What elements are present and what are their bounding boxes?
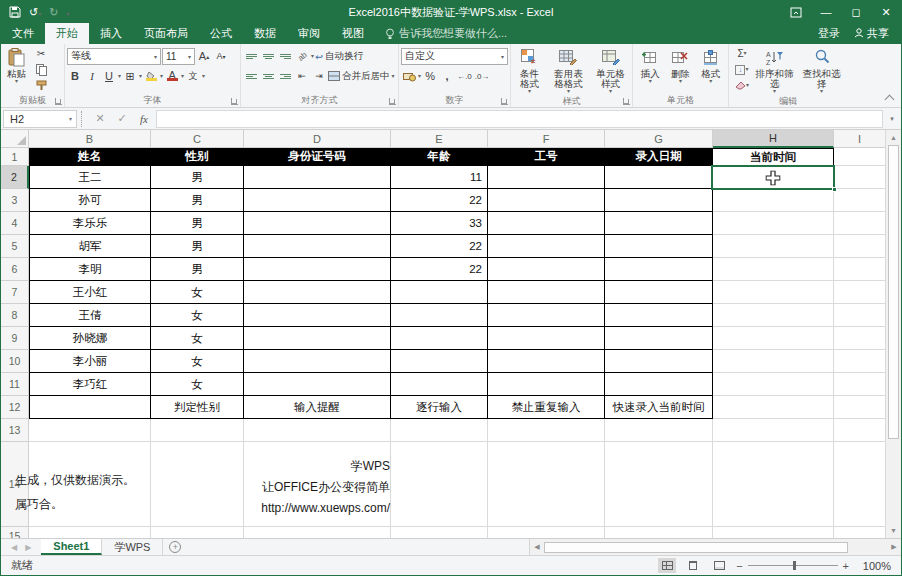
row-header[interactable]: 11 (1, 373, 29, 396)
cell-age[interactable]: 11 (391, 166, 488, 189)
cell-d12[interactable]: 输入提醒 (244, 396, 391, 419)
cell-entrydate[interactable] (605, 166, 713, 189)
cell-empty[interactable] (834, 396, 885, 419)
accounting-format-icon[interactable] (401, 68, 417, 85)
align-left-icon[interactable] (243, 68, 259, 85)
cell-workid[interactable] (488, 235, 605, 258)
cell-empty[interactable] (834, 166, 885, 189)
decrease-font-icon[interactable]: A▾ (213, 48, 229, 65)
cell-name[interactable]: 李巧红 (29, 373, 151, 396)
row-header-15[interactable]: 15 (1, 527, 29, 538)
cell-empty[interactable] (834, 148, 885, 166)
font-name-select[interactable]: 等线▾ (67, 48, 161, 65)
tab-view[interactable]: 视图 (331, 23, 375, 44)
clear-icon[interactable]: ▾ (733, 78, 751, 93)
cell-currenttime[interactable] (713, 327, 834, 350)
cell-entrydate[interactable] (605, 258, 713, 281)
cell-name[interactable]: 胡军 (29, 235, 151, 258)
scroll-up-icon[interactable]: ▲ (886, 130, 901, 145)
tab-data[interactable]: 数据 (243, 23, 287, 44)
cell-idnumber[interactable] (244, 281, 391, 304)
cell-entrydate[interactable] (605, 373, 713, 396)
insert-cells-button[interactable]: 插入 ▾ (637, 46, 664, 85)
cell-f12[interactable]: 禁止重复输入 (488, 396, 605, 419)
cell-idnumber[interactable] (244, 235, 391, 258)
decrease-decimal-icon[interactable]: .0→ (474, 68, 491, 85)
find-select-button[interactable]: 查找和选择 ▾ (798, 46, 845, 95)
tab-review[interactable]: 审阅 (287, 23, 331, 44)
header-cell-gender[interactable]: 性别 (151, 148, 244, 166)
expand-formula-bar-icon[interactable]: ▾ (885, 115, 899, 123)
cell-age[interactable] (391, 350, 488, 373)
font-size-select[interactable]: 11▾ (162, 48, 195, 65)
format-cells-button[interactable]: 格式 ▾ (697, 46, 724, 85)
align-middle-icon[interactable] (260, 48, 276, 65)
row-header-14[interactable]: 14 (1, 442, 29, 527)
styles-dialog-launcher[interactable] (623, 98, 630, 105)
selected-cell-H2[interactable] (711, 165, 835, 190)
cell-idnumber[interactable] (244, 327, 391, 350)
format-painter-icon[interactable] (32, 78, 50, 93)
cell-empty[interactable] (834, 212, 885, 235)
comma-style-icon[interactable]: , (439, 68, 455, 85)
cell-empty[interactable] (834, 235, 885, 258)
horizontal-scrollbar-thumb[interactable] (544, 542, 848, 553)
number-format-select[interactable]: 自定义▾ (401, 48, 508, 65)
header-cell-name[interactable]: 姓名 (29, 148, 151, 166)
cell-empty[interactable] (834, 189, 885, 212)
font-dialog-launcher[interactable] (231, 98, 238, 105)
cell-idnumber[interactable] (244, 350, 391, 373)
cell-age[interactable]: 22 (391, 258, 488, 281)
cell-name[interactable]: 李明 (29, 258, 151, 281)
cell-age[interactable] (391, 327, 488, 350)
cell-workid[interactable] (488, 166, 605, 189)
alignment-dialog-launcher[interactable] (389, 98, 396, 105)
align-center-icon[interactable] (260, 68, 276, 85)
cell-name[interactable]: 孙晓娜 (29, 327, 151, 350)
column-header-C[interactable]: C (151, 130, 244, 148)
cell-entrydate[interactable] (605, 304, 713, 327)
redo-icon[interactable]: ↻ (49, 6, 58, 19)
format-as-table-button[interactable]: 套用表格格式 ▾ (546, 46, 591, 95)
cell-empty[interactable] (834, 350, 885, 373)
cell-styles-button[interactable]: 单元格样式 ▾ (591, 46, 630, 95)
cell-entrydate[interactable] (605, 235, 713, 258)
collapse-ribbon-icon[interactable] (885, 95, 895, 105)
formula-input[interactable] (156, 110, 883, 128)
maximize-button[interactable]: ◻ (841, 1, 871, 23)
cell-c12[interactable]: 判定性别 (151, 396, 244, 419)
increase-decimal-icon[interactable]: ←.0 (456, 68, 473, 85)
cell-gender[interactable]: 男 (151, 235, 244, 258)
cell-gender[interactable]: 女 (151, 373, 244, 396)
cancel-entry-icon[interactable]: ✕ (90, 112, 110, 125)
paste-button[interactable]: 粘贴 ▾ (3, 46, 30, 93)
decrease-indent-icon[interactable]: ⇤ (294, 68, 310, 85)
tab-home[interactable]: 开始 (45, 23, 89, 44)
cell-name[interactable]: 王二 (29, 166, 151, 189)
scroll-down-icon[interactable]: ▼ (886, 523, 901, 538)
tab-file[interactable]: 文件 (1, 23, 45, 44)
cell-gender[interactable]: 男 (151, 258, 244, 281)
cell-age[interactable]: 33 (391, 212, 488, 235)
signin-link[interactable]: 登录 (818, 26, 840, 41)
delete-cells-button[interactable]: 删除 ▾ (667, 46, 694, 85)
autosum-icon[interactable]: Σ▾ (733, 46, 751, 61)
sort-filter-button[interactable]: AZ 排序和筛选 ▾ (751, 46, 798, 95)
column-header-I[interactable]: I (834, 130, 885, 148)
cell-workid[interactable] (488, 212, 605, 235)
vertical-scrollbar[interactable]: ▲ ▼ (885, 130, 901, 538)
merge-center-button[interactable]: 合并后居中 ▾ (328, 70, 395, 83)
row-header[interactable]: 6 (1, 258, 29, 281)
cell-name[interactable]: 王倩 (29, 304, 151, 327)
fill-icon[interactable]: ↓▾ (733, 62, 751, 77)
cell-currenttime[interactable] (713, 350, 834, 373)
cell-empty[interactable] (834, 304, 885, 327)
cell-age[interactable] (391, 304, 488, 327)
name-box-dropdown-icon[interactable]: ▾ (65, 115, 76, 122)
row-header-12[interactable]: 12 (1, 396, 29, 419)
row-header-13[interactable]: 13 (1, 419, 29, 442)
cell-entrydate[interactable] (605, 212, 713, 235)
undo-icon[interactable]: ↺▾ (29, 6, 41, 19)
cell-empty[interactable] (834, 373, 885, 396)
cell-workid[interactable] (488, 281, 605, 304)
